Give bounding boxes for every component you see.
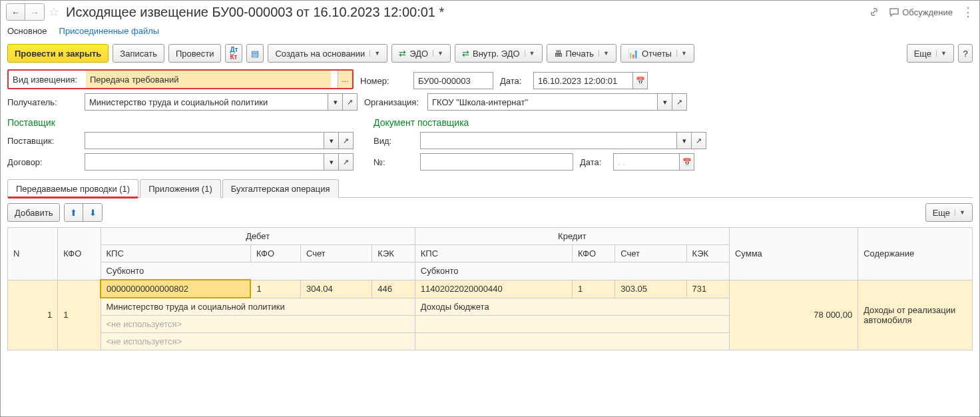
supplier-section-title: Поставщик	[7, 115, 354, 132]
nav-main[interactable]: Основное	[7, 26, 47, 36]
open-button[interactable]: ↗	[672, 93, 687, 111]
reports-button[interactable]: 📊Отчеты▼	[620, 44, 694, 63]
open-button[interactable]: ↗	[692, 132, 706, 149]
date-label: Дата:	[500, 76, 527, 86]
table-more-button[interactable]: Еще▼	[925, 203, 973, 222]
open-button[interactable]: ↗	[343, 93, 358, 111]
caret-down-icon: ▼	[936, 50, 947, 57]
col-sum: Сумма	[729, 228, 858, 280]
document-icon: ▤	[251, 49, 259, 59]
dropdown-button[interactable]: ▾	[677, 132, 692, 149]
caret-down-icon: ▼	[369, 50, 380, 57]
doc-no-field[interactable]	[420, 153, 573, 171]
number-field[interactable]: БУ00-000003	[413, 72, 493, 89]
move-down-button[interactable]: ⬇	[83, 204, 102, 221]
discuss-link[interactable]: Обсуждение	[889, 7, 953, 17]
dropdown-button[interactable]: ▾	[324, 132, 339, 149]
cell-d-sub1[interactable]: Министерство труда и социальной политики	[101, 298, 415, 316]
date-field[interactable]: 16.10.2023 12:00:01	[533, 72, 633, 89]
cell-d-kek[interactable]: 446	[372, 280, 415, 298]
dt-kt-icon: ДтКт	[230, 46, 238, 61]
exchange-icon: ⇄	[399, 49, 406, 59]
col-c-kps: КПС	[415, 245, 572, 262]
calendar-button[interactable]: 📅	[680, 153, 694, 171]
supplier-label: Поставщик:	[7, 136, 78, 146]
col-d-kfo: КФО	[250, 245, 300, 262]
cell-d-kfo[interactable]: 1	[250, 280, 300, 298]
nav-back-button[interactable]: ←	[7, 4, 25, 20]
doc-date-field[interactable]: . .	[613, 153, 680, 171]
col-c-sub: Субконто	[415, 262, 729, 280]
cell-c-kfo[interactable]: 1	[572, 280, 614, 298]
arrow-right-icon: →	[31, 7, 39, 17]
org-label: Организация:	[364, 97, 421, 107]
col-d-sub: Субконто	[101, 262, 415, 280]
cell-d-sub2[interactable]: <не используется>	[101, 316, 415, 333]
save-button[interactable]: Записать	[113, 44, 164, 63]
nav-forward-button[interactable]: →	[25, 4, 44, 20]
cell-c-kps[interactable]: 11402022020000440	[415, 280, 572, 298]
cell-c-sub1[interactable]: Доходы бюджета	[415, 298, 729, 316]
no-label: №:	[373, 157, 413, 167]
col-c-acc: Счет	[615, 245, 686, 262]
link-icon[interactable]	[869, 7, 879, 17]
help-button[interactable]: ?	[958, 44, 973, 63]
print-button[interactable]: 🖶Печать▼	[547, 44, 617, 63]
post-and-close-button[interactable]: Провести и закрыть	[7, 44, 109, 63]
cell-d-kps[interactable]: 00000000000000802	[101, 280, 250, 298]
create-based-button[interactable]: Создать на основании▼	[268, 44, 387, 63]
more-button[interactable]: Еще▼	[907, 44, 954, 63]
recipient-field[interactable]: Министерство труда и социальной политики	[85, 93, 328, 111]
col-debit: Дебет	[101, 228, 415, 245]
post-button[interactable]: Провести	[168, 44, 222, 63]
calendar-icon: 📅	[682, 158, 692, 167]
supplier-doc-section-title: Документ поставщика	[373, 115, 720, 132]
col-n: N	[8, 228, 58, 280]
nav-attached-files[interactable]: Присоединенные файлы	[59, 26, 160, 36]
kind-field[interactable]	[420, 132, 677, 149]
open-button[interactable]: ↗	[339, 153, 354, 171]
caret-down-icon: ▼	[955, 209, 965, 216]
cell-content[interactable]: Доходы от реализации автомобиля	[858, 280, 973, 350]
col-d-acc: Счет	[301, 245, 372, 262]
contract-label: Договор:	[7, 157, 78, 167]
cell-d-sub3[interactable]: <не используется>	[101, 333, 415, 350]
contract-field[interactable]	[85, 153, 324, 171]
add-row-button[interactable]: Добавить	[7, 203, 60, 222]
kind-label: Вид:	[373, 136, 413, 146]
supplier-field[interactable]	[85, 132, 324, 149]
col-d-kps: КПС	[101, 245, 250, 262]
arrow-up-icon: ⬆	[70, 208, 77, 218]
open-button[interactable]: ↗	[339, 132, 354, 149]
cell-c-sub3[interactable]	[415, 333, 729, 350]
table-row[interactable]: 1 1 00000000000000802 1 304.04 446 11402…	[8, 280, 973, 298]
cell-c-sub2[interactable]	[415, 316, 729, 333]
entries-table: N КФО Дебет Кредит Сумма Содержание КПС …	[7, 227, 973, 350]
kebab-menu-icon[interactable]: ⋮	[962, 5, 974, 19]
tab-attachments[interactable]: Приложения (1)	[140, 179, 221, 198]
tab-entries[interactable]: Передаваемые проводки (1)	[7, 179, 138, 198]
caret-down-icon: ▼	[599, 50, 609, 57]
cell-kfo: 1	[58, 280, 101, 350]
dropdown-button[interactable]: ▾	[658, 93, 672, 111]
dropdown-button[interactable]: ▾	[324, 153, 339, 171]
discuss-label: Обсуждение	[902, 7, 953, 17]
tab-accounting-op[interactable]: Бухгалтерская операция	[222, 179, 339, 198]
cell-d-acc[interactable]: 304.04	[301, 280, 372, 298]
favorite-star-icon[interactable]: ☆	[49, 5, 59, 19]
cell-c-kek[interactable]: 731	[686, 280, 729, 298]
notice-type-label: Вид извещения:	[9, 75, 79, 85]
calendar-button[interactable]: 📅	[633, 72, 648, 89]
org-field[interactable]: ГКОУ "Школа-интернат"	[427, 93, 658, 111]
dropdown-button[interactable]: ▾	[328, 93, 343, 111]
ellipsis-button[interactable]: …	[338, 71, 352, 88]
dt-kt-button[interactable]: ДтКт	[225, 44, 242, 63]
move-up-button[interactable]: ⬆	[65, 204, 83, 221]
notice-type-field[interactable]: Передача требований	[86, 71, 331, 88]
cell-c-acc[interactable]: 303.05	[615, 280, 686, 298]
cell-sum[interactable]: 78 000,00	[729, 280, 858, 350]
doc-icon-button[interactable]: ▤	[246, 44, 264, 63]
internal-edo-button[interactable]: ⇄Внутр. ЭДО▼	[455, 44, 543, 63]
col-d-kek: КЭК	[372, 245, 415, 262]
edo-button[interactable]: ⇄ЭДО▼	[391, 44, 451, 63]
